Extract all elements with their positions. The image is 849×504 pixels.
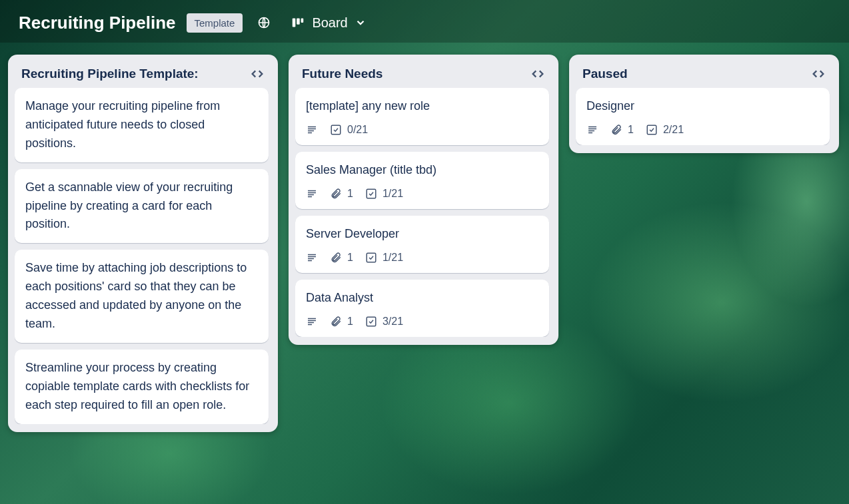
card[interactable]: Server Developer 1 1/21 (295, 216, 549, 273)
card[interactable]: Manage your recruiting pipeline from ant… (15, 88, 269, 162)
view-switcher[interactable]: Board (285, 13, 371, 33)
board-title[interactable]: Recruiting Pipeline (19, 13, 176, 33)
list-cards: [template] any new role 0/21 Sales Manag… (295, 88, 552, 337)
collapse-list-icon[interactable] (811, 69, 826, 79)
checklist-count: 3/21 (383, 316, 403, 328)
checklist-count: 0/21 (347, 124, 368, 136)
card-title: Server Developer (306, 225, 538, 244)
description-icon (306, 252, 318, 264)
description-icon (306, 188, 318, 200)
list-header: Recruiting Pipeline Template: (15, 64, 271, 88)
svg-rect-8 (647, 125, 656, 134)
card-badges: 1 1/21 (306, 188, 538, 200)
list-cards: Designer 1 2/21 (576, 88, 832, 145)
checklist-count: 1/21 (383, 188, 403, 200)
card[interactable]: Sales Manager (title tbd) 1 1/21 (295, 152, 549, 209)
list-header: Future Needs (295, 64, 552, 88)
attachment-badge: 1 (330, 316, 353, 328)
card-title: [template] any new role (306, 97, 538, 116)
card[interactable]: Streamline your process by creating copi… (15, 350, 269, 424)
card-badges: 1 3/21 (306, 316, 538, 328)
card-badges: 1 1/21 (306, 252, 538, 264)
visibility-globe-icon[interactable] (253, 12, 275, 33)
board-view-icon (291, 15, 305, 30)
list-title[interactable]: Recruiting Pipeline Template: (21, 67, 199, 81)
checklist-count: 2/21 (663, 124, 684, 136)
card[interactable]: Data Analyst 1 3/21 (295, 280, 549, 337)
attachment-count: 1 (347, 316, 353, 328)
board-canvas: Recruiting Pipeline Template: Manage you… (0, 43, 849, 500)
attachment-count: 1 (347, 252, 353, 264)
collapse-list-icon[interactable] (250, 69, 265, 79)
template-badge[interactable]: Template (187, 13, 243, 33)
svg-rect-7 (367, 317, 376, 326)
view-label: Board (312, 15, 347, 31)
collapse-list-icon[interactable] (530, 69, 545, 79)
list-title[interactable]: Paused (582, 67, 628, 81)
attachment-count: 1 (347, 188, 353, 200)
card-title: Streamline your process by creating copi… (25, 359, 258, 415)
checklist-badge: 3/21 (365, 316, 403, 328)
card[interactable]: Designer 1 2/21 (576, 88, 830, 145)
card[interactable]: Get a scannable view of your recruiting … (15, 169, 269, 244)
card-title: Data Analyst (306, 289, 538, 308)
description-icon (586, 124, 598, 136)
card-title: Save time by attaching job descriptions … (25, 259, 258, 334)
svg-rect-6 (367, 253, 376, 262)
checklist-count: 1/21 (383, 252, 403, 264)
description-icon (306, 124, 318, 136)
list-title[interactable]: Future Needs (302, 67, 383, 81)
svg-rect-3 (301, 19, 304, 23)
attachment-badge: 1 (330, 252, 353, 264)
attachment-badge: 1 (610, 124, 634, 136)
description-icon (306, 316, 318, 328)
svg-rect-2 (297, 19, 301, 25)
svg-rect-1 (293, 19, 296, 27)
checklist-badge: 1/21 (365, 252, 403, 264)
card-title: Designer (586, 97, 819, 116)
svg-rect-4 (331, 125, 341, 134)
card-badges: 0/21 (306, 124, 538, 136)
checklist-badge: 0/21 (330, 124, 368, 136)
checklist-badge: 2/21 (646, 124, 684, 136)
list-future-needs: Future Needs [template] any new role 0/2… (289, 55, 558, 345)
board-header: Recruiting Pipeline Template Board (0, 0, 849, 43)
list-header: Paused (576, 64, 832, 88)
attachment-count: 1 (628, 124, 634, 136)
attachment-badge: 1 (330, 188, 353, 200)
card-title: Get a scannable view of your recruiting … (25, 178, 258, 234)
list-cards: Manage your recruiting pipeline from ant… (15, 88, 271, 424)
card[interactable]: [template] any new role 0/21 (295, 88, 549, 145)
card-badges: 1 2/21 (586, 124, 819, 136)
card[interactable]: Save time by attaching job descriptions … (15, 250, 269, 343)
card-title: Sales Manager (title tbd) (306, 161, 538, 180)
checklist-badge: 1/21 (365, 188, 403, 200)
svg-rect-5 (367, 189, 376, 198)
card-title: Manage your recruiting pipeline from ant… (25, 97, 258, 153)
list-recruiting-pipeline-template: Recruiting Pipeline Template: Manage you… (8, 55, 278, 432)
chevron-down-icon (355, 17, 367, 29)
list-paused: Paused Designer 1 (569, 55, 839, 153)
